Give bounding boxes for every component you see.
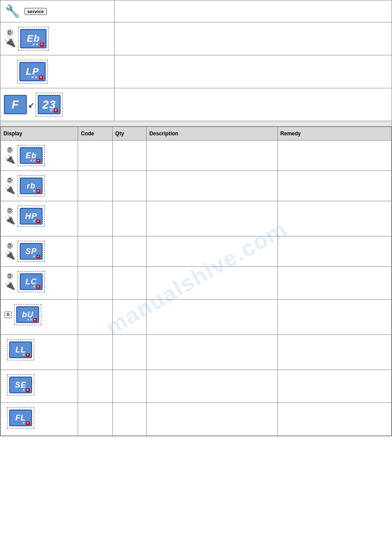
ll-row-display: LL ✕■	[1, 335, 78, 370]
f23-crosses: ✕■	[49, 109, 58, 112]
rb-row-display: D 🔌 rb ✕■	[1, 171, 78, 201]
eb-lcd: Eb ✕✕■	[20, 29, 47, 48]
eb-desc	[115, 22, 392, 55]
hp-remedy	[277, 201, 391, 236]
eb-ctrl-icon: D 🔌	[4, 29, 16, 48]
eb-code	[78, 141, 112, 171]
wrench-icon: 🔧	[5, 4, 20, 18]
main-table: 🔧 service D 🔌 Eb ✕✕■	[0, 0, 392, 436]
lc-ctrl: D 🔌	[4, 273, 15, 290]
num23-lcd: 23 ✕■	[38, 95, 61, 114]
row-f23: F ↙ 23 ✕■	[0, 88, 392, 121]
rb-dashed: rb ✕■	[18, 175, 45, 196]
error-table: Display Code Qty Description Remedy	[0, 127, 392, 436]
rb-remedy	[277, 171, 391, 201]
eb-widget: D 🔌 Eb ✕✕■	[4, 25, 111, 52]
sub-table-row: Display Code Qty Description Remedy	[0, 127, 392, 436]
plug-icon: 🔌	[4, 36, 16, 48]
sub-header-row: Display Code Qty Description Remedy	[1, 127, 392, 141]
bu-x: ✕✕■	[26, 318, 37, 322]
se-dashed: SE ✕■	[7, 374, 34, 395]
lc-remedy	[277, 267, 391, 300]
hp-qty	[112, 201, 147, 236]
sp-row-display: D 🔌 SP ✕■	[1, 236, 78, 267]
eb-row-display: D 🔌 Eb ✕✕■	[1, 141, 78, 171]
se-lcd: SE ✕■	[9, 377, 32, 393]
rb-description	[147, 171, 277, 201]
eb-dashed: Eb ✕✕■	[18, 27, 49, 51]
eb-row-widget: D 🔌 Eb ✕✕■	[4, 143, 74, 168]
hp-x: ✕■	[32, 220, 40, 223]
lp-display-cell: LP ✕✕■	[0, 55, 115, 88]
fl-qty	[112, 403, 147, 436]
service-badge: service	[25, 8, 47, 15]
fl-code	[78, 403, 112, 436]
lc-dashed: LC ✕■	[18, 271, 45, 292]
hp-row-display: D 🔌 HP ✕■	[1, 201, 78, 236]
ll-qty	[112, 335, 147, 370]
sp-dashed: SP ✕■	[18, 241, 45, 262]
row-eb: D 🔌 Eb ✕✕■	[0, 22, 392, 55]
header-row: 🔧 service	[0, 0, 392, 22]
sp-code	[78, 236, 112, 267]
table-row: D 🔌 LC ✕■	[1, 267, 392, 300]
se-qty	[112, 370, 147, 403]
header-display-cell: 🔧 service	[0, 0, 115, 22]
f23-widget: F ↙ 23 ✕■	[4, 91, 111, 118]
plug-icon-eb: 🔌	[4, 154, 15, 164]
arrow-icon: ↙	[28, 100, 35, 110]
table-row: SE ✕■	[1, 370, 392, 403]
table-row: LL ✕■	[1, 335, 392, 370]
plug-icon-lc: 🔌	[4, 280, 15, 290]
lc-description	[147, 267, 277, 300]
hp-code	[78, 201, 112, 236]
hp-dashed: HP ✕■	[18, 206, 45, 227]
bu-remedy	[277, 300, 391, 335]
bu-qty	[112, 300, 147, 335]
table-row: R bU ✕✕■	[1, 300, 392, 335]
bu-description	[147, 300, 277, 335]
eb-display-cell: D 🔌 Eb ✕✕■	[0, 22, 115, 55]
sp-row-widget: D 🔌 SP ✕■	[4, 239, 74, 264]
se-code	[78, 370, 112, 403]
row-lp: LP ✕✕■	[0, 55, 392, 88]
fl-row-widget: FL ✕■	[4, 406, 74, 430]
sp-remedy	[277, 236, 391, 267]
se-description	[147, 370, 277, 403]
rb-code	[78, 171, 112, 201]
lp-crosses: ✕✕■	[31, 76, 43, 80]
se-remedy	[277, 370, 391, 403]
rb-lcd: rb ✕■	[20, 178, 43, 194]
col-code-header: Code	[78, 127, 112, 141]
table-row: D 🔌 HP ✕■	[1, 201, 392, 236]
f-lcd: F	[4, 95, 27, 114]
col-display-header: Display	[1, 127, 78, 141]
hp-description	[147, 201, 277, 236]
ll-row-widget: LL ✕■	[4, 337, 74, 362]
d-badge-hp: D	[7, 208, 13, 214]
table-row: D 🔌 Eb ✕✕■	[1, 141, 392, 171]
fl-lcd: FL ✕■	[9, 410, 32, 426]
lc-code	[78, 267, 112, 300]
sub-table-cell: Display Code Qty Description Remedy	[0, 127, 392, 436]
rb-row-widget: D 🔌 rb ✕■	[4, 174, 74, 198]
separator-cell	[0, 121, 392, 127]
plug-icon-rb: 🔌	[4, 184, 15, 195]
fl-dashed: FL ✕■	[7, 407, 34, 428]
fl-remedy	[277, 403, 391, 436]
eb-sub-x: ✕✕■	[29, 159, 40, 163]
col-qty-header: Qty	[112, 127, 147, 141]
bu-row-display: R bU ✕✕■	[1, 300, 78, 335]
fl-x: ✕■	[22, 421, 30, 425]
d-badge: D	[7, 29, 13, 36]
f23-display-cell: F ↙ 23 ✕■	[0, 88, 115, 121]
lc-x: ✕■	[32, 285, 40, 289]
f23-desc	[115, 88, 392, 121]
se-row-display: SE ✕■	[1, 370, 78, 403]
table-row: D 🔌 SP ✕■	[1, 236, 392, 267]
lp-lcd: LP ✕✕■	[19, 62, 46, 81]
eb-sub-dashed: Eb ✕✕■	[18, 145, 45, 166]
hp-lcd: HP ✕■	[20, 208, 43, 225]
f23-dashed: 23 ✕■	[36, 93, 63, 116]
col-desc-header: Description	[147, 127, 277, 141]
